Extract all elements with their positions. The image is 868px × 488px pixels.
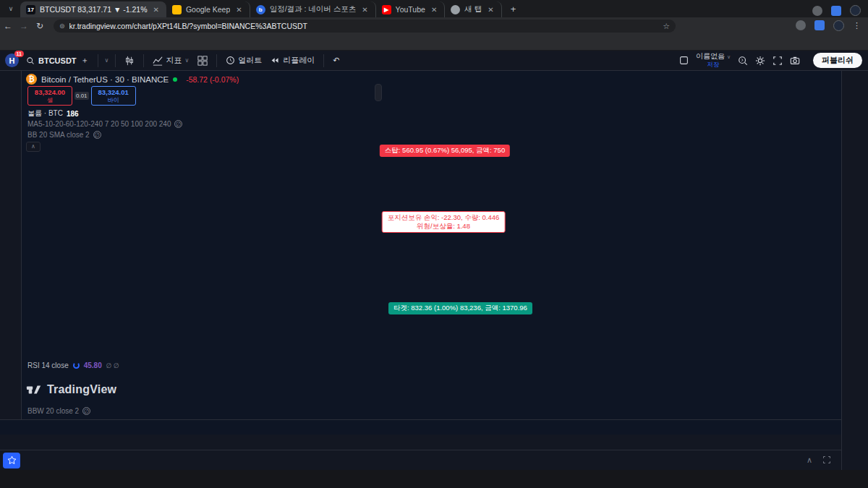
symbol-search-button[interactable]: BTCUSDT — [26, 56, 77, 65]
youtube-favicon: ▶ — [382, 5, 391, 14]
tabstrip-right-icons — [812, 5, 868, 17]
naver-favicon: b — [256, 5, 265, 14]
multi-layout-icon[interactable] — [679, 56, 689, 65]
bottom-panel-bar: ∧ — [0, 450, 841, 470]
sell-button[interactable]: 83,324.00 셀 — [27, 86, 72, 106]
google-apps-icon[interactable] — [814, 20, 825, 30]
browser-tab[interactable]: 17BTCUSDT 83,317.71 ▼ -1.21%✕ — [20, 1, 166, 17]
browser-app-icon[interactable] — [831, 6, 841, 16]
bookmarks-bar — [0, 35, 868, 51]
notification-badge: 11 — [14, 51, 24, 57]
browser-tabstrip: ∨ 17BTCUSDT 83,317.71 ▼ -1.21%✕Google Ke… — [0, 0, 868, 17]
publish-button[interactable]: 퍼블리쉬 — [813, 53, 862, 68]
tab-search-button[interactable]: ∨ — [3, 1, 19, 16]
time-axis[interactable] — [0, 419, 841, 435]
user-avatar[interactable]: H 11 — [5, 53, 19, 67]
bb-legend[interactable]: BB 20 SMA close 2∅ — [27, 131, 101, 139]
star-icon — [7, 455, 17, 465]
site-settings-icon[interactable]: ⊜ — [59, 22, 65, 30]
market-open-dot — [173, 77, 177, 82]
browser-profile-avatar[interactable] — [850, 5, 861, 16]
tab-close-icon[interactable]: ✕ — [430, 6, 438, 14]
back-button[interactable]: ← — [0, 21, 16, 31]
position-info-label[interactable]: 포지션보유 손익: -22.30, 수량: 0.446위험/보상율: 1.48 — [382, 211, 506, 233]
windows-taskbar — [0, 470, 868, 488]
browser-tab[interactable]: b일정/결과 : 네이버 스포츠✕ — [250, 1, 376, 17]
symbol-title[interactable]: Bitcoin / TetherUS · 30 · BINANCE — [41, 75, 169, 84]
symbol-legend[interactable]: ₿ Bitcoin / TetherUS · 30 · BINANCE -58.… — [26, 74, 239, 85]
eye-off-icon[interactable]: ∅ — [174, 120, 182, 128]
browser-tab[interactable]: 새 탭✕ — [445, 1, 501, 17]
bbw-legend[interactable]: BBW 20 close 2∅ — [27, 407, 90, 415]
new-tab-button[interactable]: + — [506, 1, 521, 16]
toolbar-right-icons: ⋮ — [796, 20, 868, 33]
spread-value: 0.01 — [75, 92, 89, 100]
browser-toolbar: ← → ↻ ⊜ kr.tradingview.com/chart/pXPt14L… — [0, 17, 868, 35]
tab-close-icon[interactable]: ✕ — [152, 6, 161, 14]
drawing-toolbar — [0, 71, 22, 419]
settings-gear-icon[interactable] — [755, 56, 765, 66]
right-sidebar — [841, 71, 868, 470]
favorite-drawings-toolbar — [375, 84, 382, 101]
ma-legend[interactable]: MA5-10-20-60-120-240 7 20 50 100 200 240… — [27, 120, 182, 128]
position-stop-label[interactable]: 스탑: 560.95 (0.67%) 56,095, 금액: 750 — [380, 145, 510, 157]
tv-top-toolbar: H 11 BTCUSDT ＋ ∨ 지표 ∨ 얼러트 리플레 — [0, 51, 868, 71]
timeframe-chevron-icon[interactable]: ∨ — [105, 57, 109, 64]
legend-collapse-button[interactable]: ∧ — [26, 142, 41, 152]
panel-maximize-icon[interactable] — [822, 455, 831, 464]
screen: ∨ 17BTCUSDT 83,317.71 ▼ -1.21%✕Google Ke… — [0, 0, 868, 488]
kebab-menu-icon[interactable]: ⋮ — [853, 21, 861, 30]
extensions-puzzle-icon[interactable] — [796, 20, 806, 30]
browser-tab[interactable]: Google Keep✕ — [166, 1, 250, 17]
browser-tab[interactable]: ▶YouTube✕ — [376, 1, 446, 17]
replay-button[interactable]: 리플레이 — [266, 53, 319, 67]
tab-close-icon[interactable]: ✕ — [234, 6, 243, 14]
panel-collapse-icon[interactable]: ∧ — [807, 455, 812, 465]
eye-off-icon[interactable]: ∅ — [93, 131, 101, 139]
tradingview-watermark: TradingView — [26, 382, 116, 398]
position-target-label[interactable]: 타겟: 832.36 (1.00%) 83,236, 금액: 1370.96 — [388, 302, 532, 314]
tab-title: 새 탭 — [464, 4, 482, 14]
tab-title: 일정/결과 : 네이버 스포츠 — [270, 4, 357, 14]
quick-search-icon[interactable] — [738, 56, 748, 66]
fullscreen-icon[interactable] — [773, 56, 783, 66]
tab-title: BTCUSDT 83,317.71 ▼ -1.21% — [40, 5, 148, 14]
tradingview-logo-icon — [26, 382, 42, 398]
profile-avatar[interactable] — [833, 20, 844, 31]
rsi-legend[interactable]: RSI 14 close 45.80 ∅ ∅ — [27, 361, 119, 369]
save-layout-button[interactable]: 저장 — [707, 61, 720, 68]
newtab-favicon — [451, 5, 460, 14]
layout-name-button[interactable]: 이름없음 ∨ 저장 — [696, 53, 731, 68]
price-axis[interactable] — [814, 71, 841, 419]
browser-extension-icon[interactable] — [812, 6, 822, 16]
range-toolbar — [0, 435, 841, 450]
tab-title: YouTube — [396, 5, 425, 14]
eye-off-icon[interactable]: ∅ — [82, 407, 90, 415]
trade-buttons: 83,324.00 셀 0.01 83,324.01 바이 — [27, 86, 136, 106]
url-text[interactable]: kr.tradingview.com/chart/pXPt14LB/?symbo… — [69, 22, 307, 30]
search-icon — [26, 56, 35, 65]
change-value: -58.72 (-0.07%) — [186, 75, 239, 84]
address-bar[interactable]: ⊜ kr.tradingview.com/chart/pXPt14LB/?sym… — [54, 20, 676, 33]
loading-spinner-icon — [73, 362, 80, 369]
tab-title: Google Keep — [186, 5, 230, 14]
favorites-star-button[interactable] — [3, 453, 20, 468]
layout-grid-button[interactable] — [193, 54, 212, 67]
undo-button[interactable]: ↶ — [328, 54, 344, 67]
volume-legend[interactable]: 볼륨 · BTC186 — [27, 108, 79, 119]
buy-button[interactable]: 83,324.01 바이 — [91, 86, 136, 106]
candle-style-button[interactable] — [120, 54, 139, 67]
alert-button[interactable]: 얼러트 — [221, 53, 266, 67]
reload-button[interactable]: ↻ — [32, 21, 48, 31]
tab-close-icon[interactable]: ✕ — [360, 6, 369, 14]
tab-close-icon[interactable]: ✕ — [486, 6, 495, 14]
camera-snapshot-icon[interactable] — [790, 56, 800, 66]
bookmark-star-icon[interactable]: ☆ — [663, 22, 670, 31]
tradingview-favicon: 17 — [26, 5, 35, 14]
bitcoin-icon: ₿ — [26, 74, 37, 85]
symbol-add-button[interactable]: ＋ — [77, 53, 93, 67]
forward-button[interactable]: → — [16, 21, 32, 31]
indicators-button[interactable]: 지표 ∨ — [148, 53, 193, 67]
keep-favicon — [172, 5, 182, 14]
